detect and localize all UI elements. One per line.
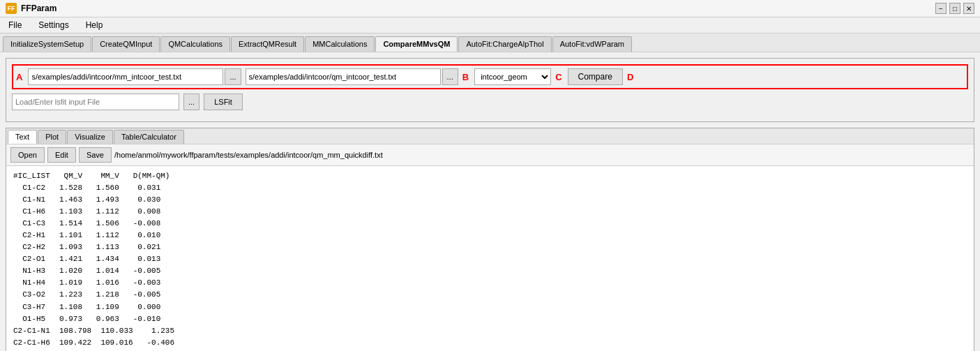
output-tabs: Text Plot Visualize Table/Calculator — [6, 128, 974, 144]
qm-file-input-group: ... — [246, 68, 458, 85]
maximize-button[interactable]: □ — [949, 3, 960, 14]
menu-bar: File Settings Help — [0, 17, 980, 33]
app-icon: FF — [6, 3, 17, 14]
lsfit-browse-button[interactable]: ... — [183, 94, 199, 110]
lsfit-button[interactable]: LSFit — [204, 94, 243, 110]
menu-file[interactable]: File — [6, 19, 24, 31]
tab-create-qm-input[interactable]: CreateQMInput — [92, 36, 160, 52]
main-tabs: InitializeSystemSetup CreateQMInput QMCa… — [0, 33, 980, 52]
output-section: Text Plot Visualize Table/Calculator Ope… — [6, 128, 974, 351]
output-toolbar: Open Edit Save /home/anmol/mywork/ffpara… — [6, 144, 974, 166]
output-content: #IC_LIST QM_V MM_V D(MM-QM) C1-C2 1.528 … — [6, 166, 974, 351]
lsfit-file-input[interactable] — [12, 94, 179, 110]
main-panel: A ... ... B intcoor_geom intcoor_energy … — [0, 52, 980, 351]
title-bar: FF FFParam − □ ✕ — [0, 0, 980, 17]
save-button[interactable]: Save — [79, 147, 112, 163]
tab-extract-qm-result[interactable]: ExtractQMResult — [231, 36, 304, 52]
output-tab-text[interactable]: Text — [8, 130, 37, 144]
tab-autofit-vdw[interactable]: AutoFit:vdWParam — [552, 36, 632, 52]
compare-type-dropdown[interactable]: intcoor_geom intcoor_energy charges — [474, 68, 551, 85]
output-tab-visualize[interactable]: Visualize — [67, 130, 113, 144]
tab-initialize-system-setup[interactable]: InitializeSystemSetup — [3, 36, 91, 52]
edit-button[interactable]: Edit — [47, 147, 76, 163]
qm-file-input[interactable] — [246, 68, 441, 85]
output-file-path: /home/anmol/mywork/ffparam/tests/example… — [114, 151, 383, 159]
minimize-button[interactable]: − — [935, 3, 947, 14]
lsfit-row: ... LSFit — [12, 94, 968, 110]
compare-inputs-row: A ... ... B intcoor_geom intcoor_energy … — [12, 64, 968, 89]
menu-settings[interactable]: Settings — [36, 19, 71, 31]
label-d: D — [627, 72, 633, 82]
close-button[interactable]: ✕ — [963, 3, 974, 14]
window-controls: − □ ✕ — [935, 3, 974, 14]
mm-browse-button[interactable]: ... — [225, 68, 241, 85]
tab-autofit-charge[interactable]: AutoFit:ChargeAlpThol — [458, 36, 551, 52]
output-tab-plot[interactable]: Plot — [38, 130, 66, 144]
label-c: C — [555, 72, 561, 82]
label-a: A — [16, 72, 22, 82]
app-title: FFParam — [21, 3, 931, 13]
compare-section: A ... ... B intcoor_geom intcoor_energy … — [6, 58, 974, 122]
label-b: B — [462, 72, 469, 82]
tab-mm-calculations[interactable]: MMCalculations — [305, 36, 375, 52]
mm-file-input[interactable] — [28, 68, 223, 85]
output-tab-table-calculator[interactable]: Table/Calculator — [114, 130, 184, 144]
mm-file-input-group: ... — [28, 68, 241, 85]
menu-help[interactable]: Help — [83, 19, 106, 31]
tab-compare-mm-vs-qm[interactable]: CompareMMvsQM — [375, 36, 458, 52]
open-button[interactable]: Open — [10, 147, 45, 163]
compare-button[interactable]: Compare — [568, 68, 623, 85]
qm-browse-button[interactable]: ... — [442, 68, 458, 85]
tab-qm-calculations[interactable]: QMCalculations — [160, 36, 230, 52]
